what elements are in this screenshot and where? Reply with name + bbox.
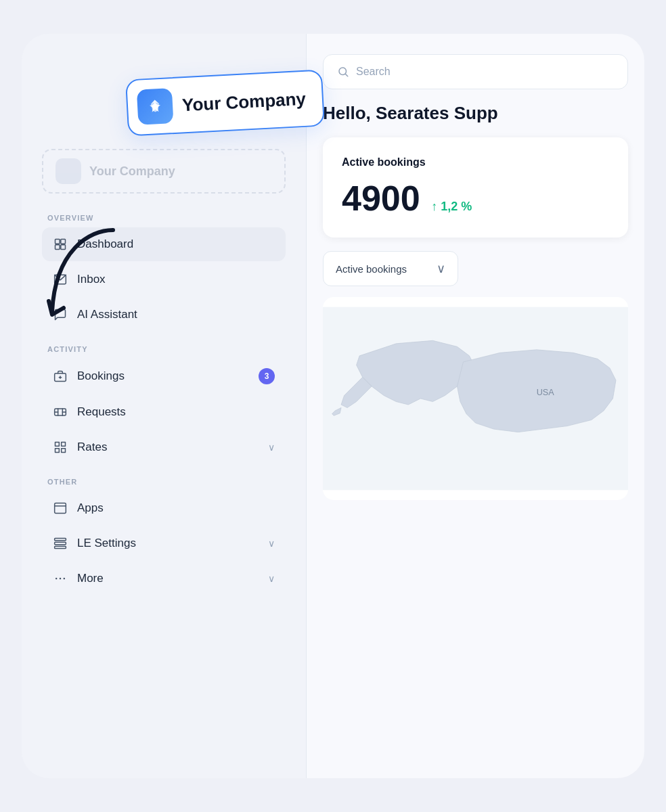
sidebar-item-label-requests: Requests [77, 405, 275, 419]
search-input-placeholder: Search [356, 66, 391, 78]
svg-point-23 [56, 578, 58, 580]
rates-chevron: ∨ [268, 442, 275, 453]
sidebar-item-label-le-settings: LE Settings [77, 537, 259, 550]
map-usa-label: USA [537, 388, 555, 397]
sidebar-item-requests[interactable]: Requests [42, 395, 286, 429]
map-area: USA [323, 297, 628, 500]
company-logo-box [137, 88, 174, 125]
sidebar-item-le-settings[interactable]: LE Settings ∨ [42, 526, 286, 560]
svg-rect-21 [55, 542, 66, 544]
ghost-company-name: Your Company [89, 164, 175, 179]
svg-point-25 [64, 578, 66, 580]
dropdown-chevron-icon: ∨ [437, 261, 445, 276]
sidebar-item-more[interactable]: More ∨ [42, 562, 286, 595]
svg-rect-16 [56, 449, 60, 453]
sidebar-item-rates[interactable]: Rates ∨ [42, 430, 286, 464]
dropdown-filter-label: Active bookings [336, 263, 407, 275]
company-card-floating[interactable]: Your Company [125, 69, 325, 136]
briefcase-icon [53, 369, 68, 384]
active-bookings-dropdown[interactable]: Active bookings ∨ [323, 251, 458, 286]
company-name-floating: Your Company [181, 88, 306, 116]
search-bar[interactable]: Search [323, 54, 628, 89]
active-bookings-title: Active bookings [342, 156, 609, 168]
svg-rect-14 [56, 443, 60, 447]
svg-point-24 [60, 578, 62, 580]
svg-rect-15 [62, 443, 66, 447]
sidebar-item-label-rates: Rates [77, 441, 259, 454]
ghost-logo [56, 158, 81, 184]
le-settings-chevron: ∨ [268, 538, 275, 549]
screen-container: Your Company Your Company OVERVIEW Dashb… [22, 34, 644, 778]
svg-rect-18 [55, 503, 66, 514]
browser-icon [53, 501, 68, 516]
booking-change: ↑ 1,2 % [431, 200, 472, 213]
sidebar-item-label-apps: Apps [77, 501, 275, 515]
grid-icon [53, 440, 68, 455]
svg-line-27 [345, 74, 347, 76]
svg-point-26 [339, 68, 347, 75]
settings-icon [53, 536, 68, 551]
sidebar-item-label-bookings: Bookings [77, 369, 249, 383]
map-svg: USA [323, 297, 628, 500]
booking-stats: 4900 ↑ 1,2 % [342, 178, 609, 219]
booking-value: 4900 [342, 178, 420, 219]
dots-icon [53, 571, 68, 586]
company-card-ghost: Your Company [42, 149, 286, 194]
sidebar: Your Company OVERVIEW Dashboard [22, 34, 306, 778]
other-section-label: OTHER [42, 478, 286, 486]
bookings-badge: 3 [259, 368, 275, 384]
arrow-decoration [35, 210, 123, 345]
sidebar-item-label-more: More [77, 572, 259, 585]
more-chevron: ∨ [268, 573, 275, 584]
sidebar-item-bookings[interactable]: Bookings 3 [42, 359, 286, 394]
svg-rect-17 [62, 449, 66, 453]
ticket-icon [53, 405, 68, 420]
main-content: Search Hello, Searates Supp Active booki… [306, 34, 644, 778]
search-icon [337, 66, 349, 78]
sidebar-item-apps[interactable]: Apps [42, 491, 286, 525]
svg-rect-20 [55, 539, 66, 541]
greeting-text: Hello, Searates Supp [323, 103, 628, 124]
active-bookings-card: Active bookings 4900 ↑ 1,2 % [323, 137, 628, 238]
svg-rect-22 [55, 546, 66, 548]
